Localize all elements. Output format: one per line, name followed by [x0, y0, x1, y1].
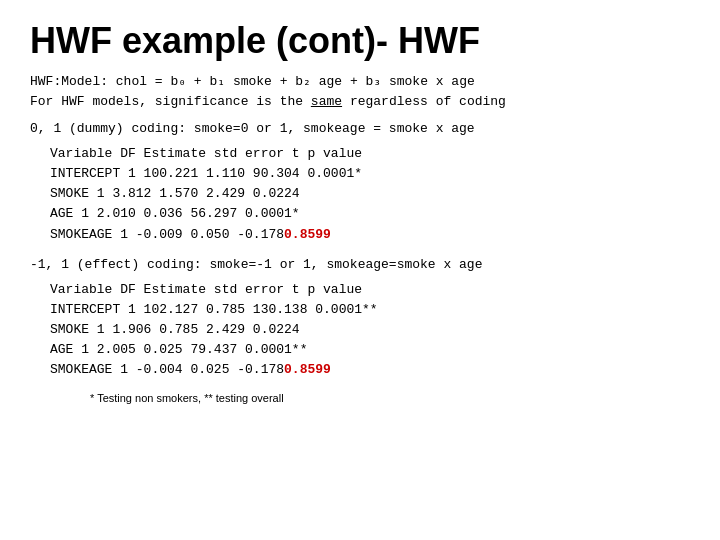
section1-row4-text: SMOKEAGE 1 -0.009 0.050 -0.178	[50, 227, 284, 242]
section2-row-1: INTERCEPT 1 102.127 0.785 130.138 0.0001…	[50, 300, 690, 320]
section1-row-1: INTERCEPT 1 100.221 1.110 90.304 0.0001*	[50, 164, 690, 184]
intro-line1: HWF:Model: chol = b₀ + b₁ smoke + b₂ age…	[30, 72, 690, 92]
section1-header: 0, 1 (dummy) coding: smoke=0 or 1, smoke…	[30, 121, 690, 136]
section1-row-4: SMOKEAGE 1 -0.009 0.050 -0.1780.8599	[50, 225, 690, 245]
section1-last-pvalue: 0.8599	[284, 227, 331, 242]
intro-line2-pre: For HWF models, significance is the	[30, 94, 311, 109]
intro-same-underline: same	[311, 94, 342, 109]
intro-line2: For HWF models, significance is the same…	[30, 92, 690, 112]
section2-row-3: AGE 1 2.005 0.025 79.437 0.0001**	[50, 340, 690, 360]
section2-columns: Variable DF Estimate std error t p value	[50, 280, 690, 300]
footnote: * Testing non smokers, ** testing overal…	[90, 392, 690, 404]
section2-row-2: SMOKE 1 1.906 0.785 2.429 0.0224	[50, 320, 690, 340]
section1-table: Variable DF Estimate std error t p value…	[50, 144, 690, 245]
page-title: HWF example (cont)- HWF	[30, 20, 690, 62]
section2-table: Variable DF Estimate std error t p value…	[50, 280, 690, 381]
section2-row-4: SMOKEAGE 1 -0.004 0.025 -0.1780.8599	[50, 360, 690, 380]
section2-last-pvalue: 0.8599	[284, 362, 331, 377]
intro-block: HWF:Model: chol = b₀ + b₁ smoke + b₂ age…	[30, 72, 690, 111]
intro-line2-post: regardless of coding	[342, 94, 506, 109]
section1-row-3: AGE 1 2.010 0.036 56.297 0.0001*	[50, 204, 690, 224]
section2-row4-text: SMOKEAGE 1 -0.004 0.025 -0.178	[50, 362, 284, 377]
section2-header: -1, 1 (effect) coding: smoke=-1 or 1, sm…	[30, 257, 690, 272]
section1-columns: Variable DF Estimate std error t p value	[50, 144, 690, 164]
section1-row-2: SMOKE 1 3.812 1.570 2.429 0.0224	[50, 184, 690, 204]
